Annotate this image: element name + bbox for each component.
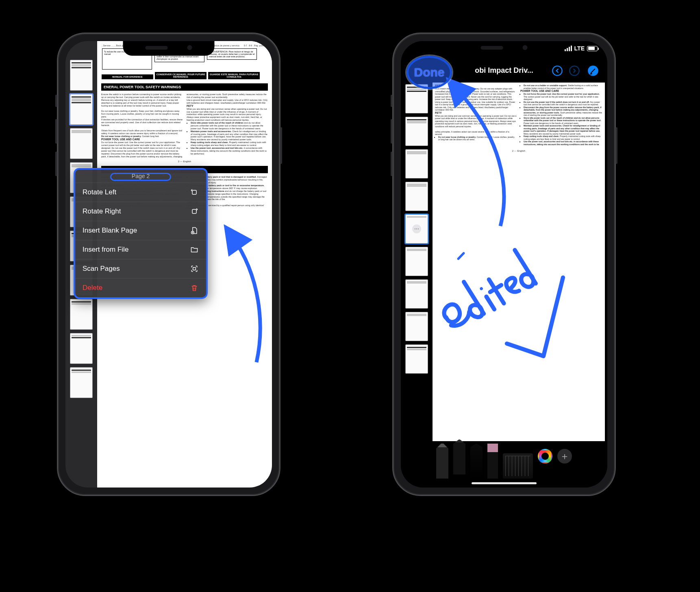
battery-icon xyxy=(587,46,598,51)
keep-manual-en: MANUAL FOR EFERENCE xyxy=(102,74,153,79)
mute-switch xyxy=(391,95,393,107)
page-thumbnail[interactable] xyxy=(405,279,428,309)
page-thumbnail[interactable] xyxy=(405,117,428,146)
network-label: LTE xyxy=(574,45,585,52)
folder-icon xyxy=(190,245,199,254)
keep-manual-fr: CONSERVER CE MANUEL POUR FUTURE RÉFÉRENC… xyxy=(155,72,207,79)
page-footer: 2 — English xyxy=(433,150,605,152)
ruler-tool[interactable] xyxy=(503,453,533,479)
svg-point-4 xyxy=(552,66,562,75)
keep-manual-es: GUARDE ESTE MANUAL PARA FUTURAS CONSULTA… xyxy=(208,72,260,79)
markup-toggle-button[interactable] xyxy=(587,65,599,77)
page-thumbnail[interactable] xyxy=(405,344,428,374)
document-viewport[interactable]: FETY Must match the outlet. Never modify… xyxy=(433,83,605,441)
page-thumbnail-sidebar[interactable]: ⋯ xyxy=(401,83,433,443)
pencil-tool[interactable] xyxy=(470,444,483,479)
scan-icon xyxy=(190,264,199,273)
svg-point-7 xyxy=(479,287,483,291)
phone-mockup-right: LTE Done obi Impact Driv... xyxy=(392,33,616,496)
page-thumbnail[interactable] xyxy=(405,182,428,211)
phone-mockup-left: ...Service ........Back page ■ Commande … xyxy=(57,33,280,496)
markup-tool-palette: 61 ＋ xyxy=(401,443,607,488)
status-bar: LTE xyxy=(565,45,598,52)
section-header: ENERAL POWER TOOL SAFETY WARNINGS xyxy=(101,83,268,91)
warning-box-es: ▲ ADVERTENCIA: Para reducir el riesgo de… xyxy=(207,48,257,60)
context-menu-title: Page 2 xyxy=(75,170,206,183)
marker-tool-selected[interactable]: 61 xyxy=(453,440,465,474)
handwritten-annotation xyxy=(445,172,602,441)
more-icon[interactable]: ⋯ xyxy=(412,224,421,233)
rotate-right-icon xyxy=(190,207,199,216)
power-button xyxy=(615,127,617,164)
undo-button[interactable] xyxy=(551,65,563,77)
page-footer: 2 — English xyxy=(101,160,268,163)
redo-button[interactable] xyxy=(568,65,580,77)
tool-size-label: 61 xyxy=(457,476,461,480)
menu-delete[interactable]: Delete xyxy=(75,278,206,297)
page-thumbnail[interactable] xyxy=(405,149,428,178)
page-thumbnail-selected[interactable]: ⋯ xyxy=(405,214,428,244)
page-thumbnail[interactable] xyxy=(70,299,93,330)
svg-rect-0 xyxy=(192,190,196,194)
add-tool-button[interactable]: ＋ xyxy=(557,449,572,464)
page-thumbnail-selected[interactable] xyxy=(70,94,93,125)
color-picker-button[interactable] xyxy=(538,449,552,464)
page-thumbnail[interactable] xyxy=(405,247,428,276)
menu-rotate-left[interactable]: Rotate Left xyxy=(75,183,206,202)
page-thumbnail[interactable] xyxy=(70,60,93,91)
notch xyxy=(459,41,550,56)
done-label: Done xyxy=(414,65,445,79)
document-body: FETY Must match the outlet. Never modify… xyxy=(433,83,605,147)
document-body: Ensure the switch is in position before … xyxy=(101,93,268,158)
power-button xyxy=(280,127,282,164)
done-button-highlight[interactable]: Done xyxy=(407,56,452,89)
add-page-icon xyxy=(190,226,199,235)
notch xyxy=(123,41,215,56)
svg-rect-3 xyxy=(193,268,196,270)
menu-insert-blank-page[interactable]: Insert Blank Page xyxy=(75,221,206,240)
svg-rect-1 xyxy=(192,209,196,213)
trash-icon xyxy=(190,283,199,292)
volume-up-button xyxy=(55,119,57,144)
volume-down-button xyxy=(391,152,393,176)
page-thumbnail[interactable] xyxy=(70,367,93,398)
page-thumbnail[interactable] xyxy=(405,312,428,341)
pen-tool[interactable] xyxy=(436,444,448,479)
svg-point-5 xyxy=(570,66,579,75)
volume-down-button xyxy=(55,152,57,176)
mute-switch xyxy=(55,95,57,107)
menu-insert-from-file[interactable]: Insert from File xyxy=(75,240,206,259)
menu-scan-pages[interactable]: Scan Pages xyxy=(75,259,206,278)
page-thumbnail[interactable] xyxy=(70,128,93,159)
home-indicator[interactable] xyxy=(136,482,201,484)
page-context-menu: Page 2 Rotate Left Rotate Right Insert B… xyxy=(74,168,208,299)
signal-bars-icon xyxy=(565,46,572,51)
volume-up-button xyxy=(391,119,393,144)
page-thumbnail[interactable] xyxy=(70,333,93,364)
eraser-tool[interactable] xyxy=(487,444,498,479)
rotate-left-icon xyxy=(190,188,199,197)
home-indicator[interactable] xyxy=(472,482,537,484)
menu-rotate-right[interactable]: Rotate Right xyxy=(75,202,206,221)
